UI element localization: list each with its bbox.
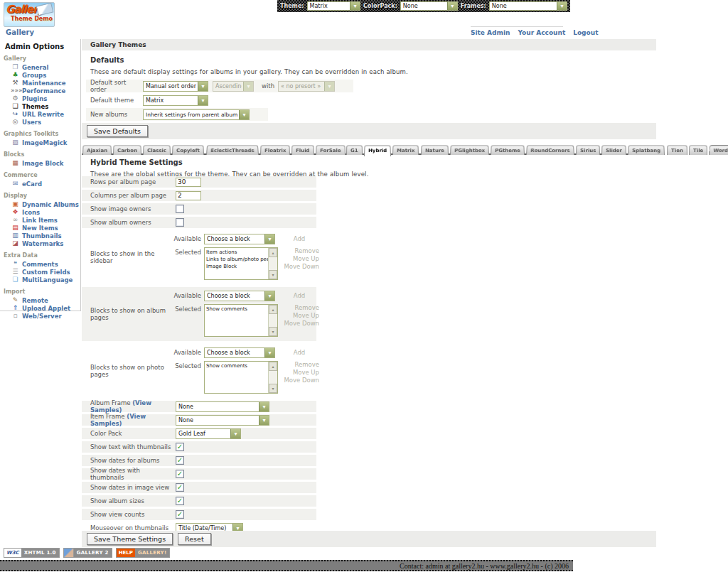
sidebar-item-thumbnails[interactable]: ▥Thumbnails: [11, 232, 80, 239]
default-theme-select[interactable]: Matrix ▾: [143, 95, 208, 106]
list-item[interactable]: Image Block: [206, 263, 268, 270]
add-action[interactable]: Add: [279, 347, 319, 357]
tab-fluid[interactable]: Fluid: [291, 145, 314, 155]
show-album-sizes-checkbox[interactable]: ✓: [176, 497, 184, 505]
remove-action[interactable]: Remove: [279, 247, 319, 255]
tab-classic[interactable]: Classic: [143, 145, 171, 155]
scroll-up-icon[interactable]: ▴: [269, 248, 277, 257]
move-down-action[interactable]: Move Down: [279, 320, 319, 328]
sidebar-item-upload-applet[interactable]: ⇑Upload Applet: [11, 304, 80, 312]
list-item[interactable]: Item actions: [206, 249, 268, 256]
sidebar-item-image-block[interactable]: ▦Image Block: [11, 159, 80, 167]
scrollbar[interactable]: ▴▾: [268, 362, 277, 393]
remove-action[interactable]: Remove: [279, 304, 319, 312]
sidebar-item-remote[interactable]: ✎Remote: [11, 296, 80, 304]
blocks-album-pages-available-select[interactable]: Choose a block▾: [204, 291, 275, 301]
sidebar-item-themes[interactable]: ❑Themes: [11, 102, 80, 110]
add-action[interactable]: Add: [279, 291, 319, 300]
tab-sirius[interactable]: Sirius: [576, 145, 600, 155]
show-image-owners-checkbox[interactable]: [176, 205, 184, 213]
show-album-owners-checkbox[interactable]: [176, 218, 184, 227]
new-albums-select[interactable]: Inherit settings from parent album ▾: [143, 109, 250, 120]
show-view-counts-checkbox[interactable]: ✓: [176, 510, 184, 519]
gallery-logo[interactable]: Gallery Theme Demo: [4, 2, 55, 27]
sort-direction-select[interactable]: Ascending ▾: [213, 81, 254, 92]
list-item[interactable]: Show comments: [206, 362, 268, 369]
logout-link[interactable]: Logout: [573, 29, 598, 36]
rows-per-album-page-input[interactable]: [176, 178, 201, 187]
blocks-album-pages-selected-listbox[interactable]: Show comments▴▾: [204, 304, 278, 337]
site-admin-link[interactable]: Site Admin: [471, 29, 510, 36]
blocks-photo-pages-available-select[interactable]: Choose a block▾: [204, 347, 275, 358]
tab-hybrid[interactable]: Hybrid: [364, 146, 391, 156]
scroll-down-icon[interactable]: ▾: [269, 327, 277, 336]
sidebar-item-icons[interactable]: ❖Icons: [11, 208, 80, 216]
show-dates-with-thumbnails-checkbox[interactable]: ✓: [176, 470, 184, 478]
tab-wordpressembedded[interactable]: WordpressEmbedded: [709, 145, 728, 155]
tab-tile[interactable]: Tile: [689, 145, 707, 155]
tab-copyleft[interactable]: Copyleft: [172, 145, 204, 155]
sidebar-item-web-server[interactable]: ▫Web/Server: [11, 312, 80, 320]
sidebar-item-custom-fields[interactable]: ☰Custom Fields: [11, 268, 80, 276]
sidebar-item-groups[interactable]: ♣Groups: [11, 71, 80, 79]
tab-carbon[interactable]: Carbon: [113, 145, 141, 155]
scroll-track[interactable]: [269, 371, 277, 384]
sidebar-item-performance[interactable]: »»»Performance: [11, 87, 80, 95]
blocks-sidebar-available-select[interactable]: Choose a block▾: [204, 234, 275, 244]
album-frame-select[interactable]: None▾: [176, 401, 269, 412]
w3c-xhtml-badge[interactable]: W3C XHTML 1.0: [4, 548, 60, 558]
reset-button[interactable]: Reset: [178, 533, 211, 545]
show-text-with-thumbnails-checkbox[interactable]: ✓: [176, 443, 184, 451]
blocks-sidebar-selected-listbox[interactable]: Item actionsLinks to album/photo peersIm…: [204, 247, 278, 280]
sidebar-item-users[interactable]: ◎Users: [11, 118, 80, 126]
item-frame-select[interactable]: None▾: [176, 415, 269, 426]
sidebar-item-multilanguage[interactable]: ❏MultiLanguage: [11, 276, 80, 284]
move-up-action[interactable]: Move Up: [279, 312, 319, 320]
tab-tien[interactable]: Tien: [667, 145, 687, 155]
scrollbar[interactable]: ▴▾: [268, 248, 277, 279]
move-up-action[interactable]: Move Up: [279, 369, 319, 377]
sidebar-item-new-items[interactable]: ▤New Items: [11, 224, 80, 232]
add-action[interactable]: Add: [279, 234, 319, 243]
save-theme-settings-button[interactable]: Save Theme Settings: [87, 533, 173, 545]
scroll-up-icon[interactable]: ▴: [269, 362, 277, 371]
color-pack-select[interactable]: Gold Leaf▾: [176, 428, 241, 439]
show-dates-in-image-view-checkbox[interactable]: ✓: [176, 483, 184, 492]
scroll-up-icon[interactable]: ▴: [269, 305, 277, 314]
sidebar-item-plugins[interactable]: ⚙Plugins: [11, 95, 80, 102]
scroll-track[interactable]: [269, 257, 277, 270]
colorpack-select[interactable]: None ▾: [400, 1, 458, 11]
tab-forsale[interactable]: ForSale: [316, 145, 346, 155]
default-sort-order-select[interactable]: Manual sort order ▾: [143, 81, 208, 92]
tab-nature[interactable]: Nature: [421, 145, 449, 155]
tab-matrix[interactable]: Matrix: [392, 145, 419, 155]
tab-slider[interactable]: Slider: [601, 145, 626, 155]
show-dates-for-albums-checkbox[interactable]: ✓: [176, 456, 184, 465]
tab-roundcorners[interactable]: RoundCorners: [526, 145, 574, 155]
move-up-action[interactable]: Move Up: [279, 255, 319, 263]
tab-g1[interactable]: G1: [346, 145, 363, 155]
tab-splatbang[interactable]: Splatbang: [628, 145, 665, 155]
frames-select[interactable]: None ▾: [489, 1, 567, 11]
scroll-down-icon[interactable]: ▾: [269, 270, 277, 279]
gallery2-badge[interactable]: GALLERY 2: [63, 548, 112, 558]
tab-floatrix[interactable]: Floatrix: [260, 145, 290, 155]
blocks-photo-pages-selected-listbox[interactable]: Show comments▴▾: [204, 361, 278, 394]
sidebar-item-imagemagick[interactable]: ▨ImageMagick: [11, 139, 80, 146]
theme-select[interactable]: Matrix ▾: [307, 1, 360, 11]
breadcrumb-gallery-link[interactable]: Gallery: [6, 28, 34, 36]
scrollbar[interactable]: ▴▾: [268, 305, 277, 336]
columns-per-album-page-input[interactable]: [176, 191, 201, 200]
tab-pglightbox[interactable]: PGlightbox: [450, 145, 489, 155]
list-item[interactable]: Links to album/photo peers: [206, 256, 268, 263]
sidebar-item-watermarks[interactable]: ◪Watermarks: [11, 239, 80, 247]
your-account-link[interactable]: Your Account: [518, 29, 565, 36]
move-down-action[interactable]: Move Down: [279, 263, 319, 271]
remove-action[interactable]: Remove: [279, 361, 319, 369]
sidebar-item-maintenance[interactable]: ⚒Maintenance: [11, 79, 80, 87]
tab-pgtheme[interactable]: PGtheme: [491, 145, 525, 155]
list-item[interactable]: Show comments: [206, 306, 268, 313]
help-gallery-badge[interactable]: HELP GALLERY!: [116, 548, 171, 558]
presort-select[interactable]: « no presort » ▾: [278, 81, 335, 92]
sidebar-item-general[interactable]: ❐General: [11, 63, 80, 71]
